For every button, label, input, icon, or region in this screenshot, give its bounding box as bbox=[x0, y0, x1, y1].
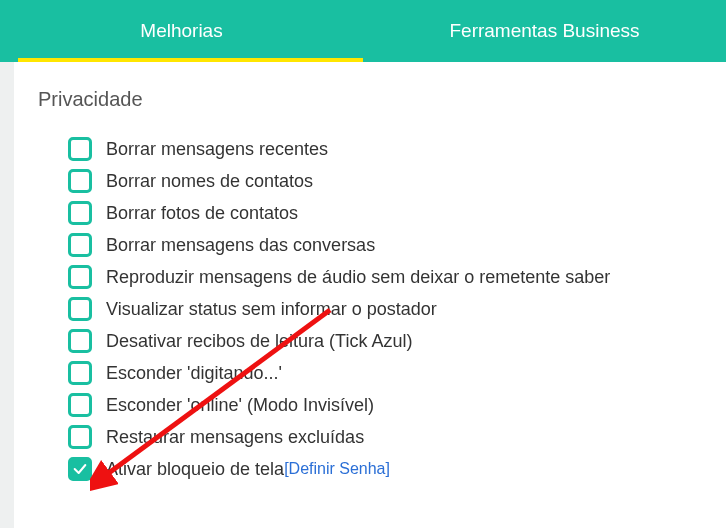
option-label: Esconder 'digitando...' bbox=[106, 363, 282, 384]
options-list: Borrar mensagens recentesBorrar nomes de… bbox=[38, 137, 706, 481]
option-label: Reproduzir mensagens de áudio sem deixar… bbox=[106, 267, 610, 288]
section-title-privacy: Privacidade bbox=[38, 88, 706, 111]
tab-business[interactable]: Ferramentas Business bbox=[363, 0, 726, 62]
define-password-link[interactable]: [Definir Senha] bbox=[284, 460, 390, 478]
checkbox[interactable] bbox=[68, 393, 92, 417]
option-label: Borrar nomes de contatos bbox=[106, 171, 313, 192]
option-row: Borrar mensagens das conversas bbox=[68, 233, 706, 257]
checkbox[interactable] bbox=[68, 265, 92, 289]
option-label: Borrar fotos de contatos bbox=[106, 203, 298, 224]
option-label: Desativar recibos de leitura (Tick Azul) bbox=[106, 331, 412, 352]
checkbox[interactable] bbox=[68, 137, 92, 161]
option-row: Desativar recibos de leitura (Tick Azul) bbox=[68, 329, 706, 353]
option-label: Esconder 'online' (Modo Invisível) bbox=[106, 395, 374, 416]
checkbox[interactable] bbox=[68, 457, 92, 481]
checkbox[interactable] bbox=[68, 425, 92, 449]
option-row: Ativar bloqueio de tela [Definir Senha] bbox=[68, 457, 706, 481]
option-row: Borrar mensagens recentes bbox=[68, 137, 706, 161]
option-label: Borrar mensagens das conversas bbox=[106, 235, 375, 256]
option-row: Visualizar status sem informar o postado… bbox=[68, 297, 706, 321]
option-label: Restaurar mensagens excluídas bbox=[106, 427, 364, 448]
option-row: Restaurar mensagens excluídas bbox=[68, 425, 706, 449]
option-row: Esconder 'online' (Modo Invisível) bbox=[68, 393, 706, 417]
tab-bar: Melhorias Ferramentas Business bbox=[0, 0, 726, 62]
option-row: Esconder 'digitando...' bbox=[68, 361, 706, 385]
tab-improvements[interactable]: Melhorias bbox=[0, 0, 363, 62]
option-label: Borrar mensagens recentes bbox=[106, 139, 328, 160]
content-panel: Privacidade Borrar mensagens recentesBor… bbox=[0, 62, 726, 509]
checkbox[interactable] bbox=[68, 201, 92, 225]
checkbox[interactable] bbox=[68, 169, 92, 193]
checkbox[interactable] bbox=[68, 233, 92, 257]
option-row: Borrar fotos de contatos bbox=[68, 201, 706, 225]
checkbox[interactable] bbox=[68, 329, 92, 353]
option-row: Reproduzir mensagens de áudio sem deixar… bbox=[68, 265, 706, 289]
option-label: Ativar bloqueio de tela bbox=[106, 459, 284, 480]
option-row: Borrar nomes de contatos bbox=[68, 169, 706, 193]
option-label: Visualizar status sem informar o postado… bbox=[106, 299, 437, 320]
checkbox[interactable] bbox=[68, 361, 92, 385]
checkbox[interactable] bbox=[68, 297, 92, 321]
left-edge-strip bbox=[0, 62, 14, 528]
